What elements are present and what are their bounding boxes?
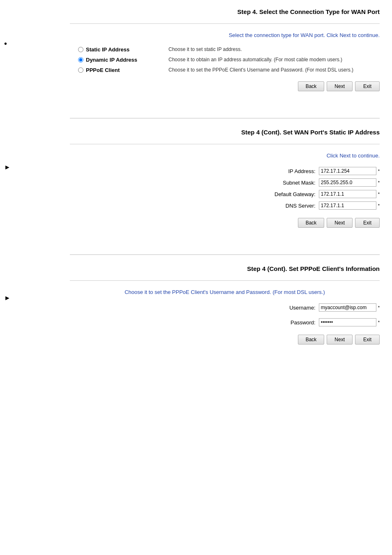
section1-back-button[interactable]: Back [298, 81, 325, 91]
connection-type-options: Static IP Address Choose it to set stati… [78, 46, 380, 73]
ip-address-row: IP Address: * [70, 167, 380, 175]
default-gateway-row: Default Gateway: * [70, 190, 380, 198]
subnet-mask-label: Subnet Mask: [258, 180, 316, 186]
section3-button-row: Back Next Exit [70, 335, 380, 345]
section3-exit-button[interactable]: Exit [355, 335, 380, 345]
username-row: Username: * [70, 303, 380, 312]
dns-server-input[interactable] [319, 201, 376, 210]
pppoe-desc: Choose it to set the PPPoE Client's User… [168, 67, 380, 73]
static-ip-label: Static IP Address [86, 46, 129, 53]
section1-title: Step 4. Select the Connection Type for W… [70, 8, 380, 17]
ip-address-label: IP Address: [258, 168, 316, 174]
default-gateway-label: Default Gateway: [258, 191, 316, 197]
dynamic-ip-label-area: Dynamic IP Address [78, 57, 168, 63]
divider-1 [70, 23, 380, 24]
section1-subtitle: Select the connection type for WAN port.… [70, 32, 380, 38]
divider-2 [70, 144, 380, 144]
dynamic-ip-label: Dynamic IP Address [86, 57, 137, 63]
section1-exit-button[interactable]: Exit [355, 81, 380, 91]
nav-arrow-1: ► [4, 164, 11, 171]
dynamic-ip-radio[interactable] [78, 57, 83, 62]
password-required: * [378, 320, 380, 325]
ip-address-required: * [378, 169, 380, 173]
ip-address-input[interactable] [319, 167, 376, 175]
password-row: Password: * [70, 318, 380, 326]
static-ip-form: IP Address: * Subnet Mask: * Default Gat… [70, 167, 380, 210]
section1-button-row: Back Next Exit [70, 81, 380, 91]
section3-back-button[interactable]: Back [298, 335, 325, 345]
username-input[interactable] [319, 303, 376, 312]
nav-bullet-1: • [4, 39, 7, 48]
section2-subtitle: Click Next to continue. [70, 153, 380, 159]
section3-title: Step 4 (Cont). Set PPPoE Client's Inform… [70, 265, 380, 274]
section2-button-row: Back Next Exit [70, 218, 380, 228]
username-required: * [378, 305, 380, 310]
main-content: Step 4. Select the Connection Type for W… [66, 0, 392, 369]
dns-server-label: DNS Server: [258, 203, 316, 209]
left-nav: • ► ► [0, 0, 66, 369]
static-ip-row: Static IP Address Choose it to set stati… [78, 46, 380, 53]
subnet-mask-row: Subnet Mask: * [70, 178, 380, 187]
dynamic-ip-desc: Choose it to obtain an IP address automa… [168, 57, 380, 62]
section2-back-button[interactable]: Back [298, 218, 325, 228]
section3-subtitle: Choose it to set the PPPoE Client's User… [70, 289, 380, 295]
password-label: Password: [258, 319, 316, 326]
pppoe-form: Username: * Password: * [70, 303, 380, 326]
section-static-ip: Step 4 (Cont). Set WAN Port's Static IP … [70, 129, 380, 232]
section2-title: Step 4 (Cont). Set WAN Port's Static IP … [70, 129, 380, 138]
subnet-mask-input[interactable] [319, 178, 376, 187]
section2-exit-button[interactable]: Exit [355, 218, 380, 228]
section1-next-button[interactable]: Next [327, 81, 353, 91]
dns-server-row: DNS Server: * [70, 201, 380, 210]
nav-arrow-2: ► [4, 294, 11, 301]
section-connection-type: Step 4. Select the Connection Type for W… [70, 8, 380, 95]
section2-next-button[interactable]: Next [327, 218, 353, 228]
pppoe-label-area: PPPoE Client [78, 67, 168, 73]
dns-server-required: * [378, 203, 380, 208]
default-gateway-input[interactable] [319, 190, 376, 198]
static-ip-label-area: Static IP Address [78, 46, 168, 53]
dynamic-ip-row: Dynamic IP Address Choose it to obtain a… [78, 57, 380, 63]
section-pppoe: Step 4 (Cont). Set PPPoE Client's Inform… [70, 265, 380, 349]
pppoe-radio[interactable] [78, 67, 83, 73]
subnet-mask-required: * [378, 180, 380, 185]
separator-1 [70, 118, 380, 118]
static-ip-desc: Choose it to set static IP address. [168, 46, 380, 52]
separator-2 [70, 254, 380, 255]
password-input[interactable] [319, 318, 376, 326]
divider-3 [70, 280, 380, 281]
static-ip-radio[interactable] [78, 47, 83, 52]
pppoe-label: PPPoE Client [86, 67, 120, 73]
default-gateway-required: * [378, 192, 380, 197]
page-container: • ► ► Step 4. Select the Connection Type… [0, 0, 392, 369]
pppoe-row: PPPoE Client Choose it to set the PPPoE … [78, 67, 380, 73]
username-label: Username: [258, 305, 316, 311]
section3-next-button[interactable]: Next [327, 335, 353, 345]
